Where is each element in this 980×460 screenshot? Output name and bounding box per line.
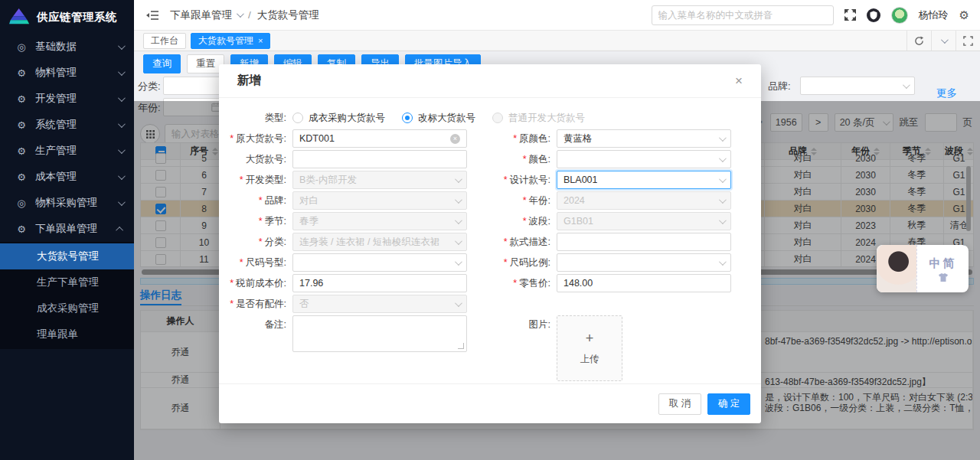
sidebar-subitem[interactable]: 成衣采购管理 [0, 295, 134, 321]
sidebar-item-2[interactable]: ⚙物料管理 [0, 60, 134, 86]
brand-text: 中简 [929, 256, 957, 271]
field-select[interactable] [557, 150, 731, 168]
type-radio-group: 成衣采购大货款号改标大货款号普通开发大货款号 [292, 109, 731, 127]
chevron-down-icon [455, 258, 462, 266]
field-select[interactable]: 对白 [292, 191, 467, 210]
filter-brand-select[interactable] [800, 77, 915, 95]
input-value: 148.00 [564, 278, 593, 289]
add-record-modal: 新增 × 类型: 成衣采购大货款号改标大货款号普通开发大货款号 原大货款号:KD… [219, 64, 761, 423]
field-label: 分类: [219, 233, 292, 251]
ring-icon: ◎ [15, 197, 28, 209]
chevron-down-icon [118, 94, 126, 102]
page-tab[interactable]: 大货款号管理× [191, 33, 270, 49]
field-select[interactable]: 连身装 / 连衣裙 / 短袖梭织连衣裙 [292, 233, 467, 251]
select-value: 春季 [299, 215, 318, 228]
chevron-down-icon [719, 258, 727, 266]
field-input-148.00[interactable]: 148.00 [557, 274, 731, 292]
tab-close-icon[interactable]: × [258, 36, 263, 45]
field-label: 大货款号: [219, 150, 292, 168]
collapse-menu-icon[interactable] [146, 10, 159, 21]
brand-float-widget[interactable]: 中简 [877, 245, 969, 292]
gear-icon: ⚙ [15, 223, 28, 235]
sidebar-item-8[interactable]: ⚙下单跟单管理 [0, 216, 134, 242]
remark-textarea[interactable] [292, 315, 467, 352]
menu-search-input[interactable] [652, 5, 834, 25]
select-value: G1B01 [564, 216, 593, 227]
more-filters-link[interactable]: 更多 [936, 86, 957, 100]
refresh-icon[interactable] [906, 31, 931, 51]
sidebar-item-7[interactable]: ◎物料采购管理 [0, 190, 134, 216]
select-value: 2024 [564, 195, 585, 206]
field-select[interactable]: 否 [292, 295, 467, 313]
breadcrumb-parent[interactable]: 下单跟单管理 [170, 8, 232, 22]
sidebar-subitem[interactable]: 生产下单管理 [0, 269, 134, 295]
fullscreen-icon[interactable] [844, 9, 856, 21]
field-select[interactable] [557, 253, 731, 272]
close-icon[interactable]: × [735, 74, 743, 87]
sidebar-item-1[interactable]: ◎基础数据 [0, 34, 134, 60]
radio-label: 成衣采购大货款号 [309, 112, 385, 125]
chevron-down-icon [719, 175, 727, 183]
field-select[interactable]: 春季 [292, 212, 467, 230]
field-input-KDT001[interactable]: KDT001× [292, 129, 467, 148]
topbar: 下单跟单管理 / 大货款号管理 杨怡玲 ⚙ [134, 0, 980, 31]
ok-button[interactable]: 确 定 [707, 393, 750, 415]
type-radio-checked[interactable]: 改标大货款号 [402, 112, 475, 125]
sidebar-subitem[interactable]: 大货款号管理 [0, 243, 134, 269]
modal-header: 新增 × [219, 64, 761, 98]
page-tabbar: 工作台大货款号管理× [134, 31, 980, 51]
chevron-down-icon [455, 196, 462, 204]
chevron-down-icon [118, 120, 126, 128]
settings-gear-icon[interactable]: ⚙ [959, 8, 969, 22]
field-label: 尺码号型: [219, 253, 292, 272]
image-upload-button[interactable]: +上传 [557, 315, 622, 381]
chevron-down-icon[interactable] [931, 31, 956, 51]
radio-label: 改标大货款号 [418, 112, 475, 125]
radio-dot-icon [492, 113, 503, 123]
chevron-down-icon [118, 68, 126, 76]
select-value: BLA001 [564, 175, 597, 185]
cancel-button[interactable]: 取 消 [658, 393, 701, 415]
field-select[interactable] [292, 253, 467, 272]
sidebar-item-label: 生产管理 [35, 144, 118, 158]
avatar[interactable] [891, 7, 908, 24]
sidebar-item-label: 系统管理 [35, 118, 118, 132]
shield-badge-icon[interactable] [867, 8, 880, 22]
expand-icon[interactable] [956, 31, 980, 51]
sidebar-item-5[interactable]: ⚙生产管理 [0, 138, 134, 164]
chevron-down-icon [719, 134, 727, 142]
sidebar-item-3[interactable]: ⚙开发管理 [0, 86, 134, 112]
sidebar-item-4[interactable]: ⚙系统管理 [0, 112, 134, 138]
field-select[interactable]: BLA001 [557, 171, 731, 189]
chevron-down-icon [237, 10, 244, 18]
field-label: 款式描述: [467, 233, 557, 251]
clear-icon[interactable]: × [450, 134, 460, 144]
field-label: 设计款号: [467, 171, 557, 189]
type-radio-unchecked[interactable]: 成衣采购大货款号 [292, 112, 385, 125]
sidebar-menu: ◎基础数据⚙物料管理⚙开发管理⚙系统管理⚙生产管理⚙成本管理◎物料采购管理⚙下单… [0, 34, 134, 349]
sidebar-item-6[interactable]: ⚙成本管理 [0, 164, 134, 190]
page-tab[interactable]: 工作台 [143, 33, 186, 49]
tshirt-icon [939, 273, 948, 282]
breadcrumb-separator: / [248, 9, 251, 21]
field-input-empty[interactable] [557, 233, 731, 251]
input-value: KDT001 [299, 133, 335, 144]
radio-dot-icon [292, 113, 303, 123]
field-select[interactable]: G1B01 [557, 212, 731, 230]
field-input-17.96[interactable]: 17.96 [292, 274, 467, 292]
sidebar-subitem[interactable]: 理单跟单 [0, 321, 134, 347]
field-label: 开发类型: [219, 171, 292, 189]
field-select[interactable]: 2024 [557, 191, 731, 210]
select-value: 对白 [299, 194, 318, 207]
breadcrumb-current: 大货款号管理 [257, 8, 319, 22]
field-label: 原大货款号: [219, 129, 292, 148]
field-select[interactable]: 黄蓝格 [557, 129, 731, 148]
field-label: 年份: [467, 191, 557, 210]
field-select[interactable]: B类-内部开发 [292, 171, 467, 189]
field-input-empty[interactable] [292, 150, 467, 168]
username[interactable]: 杨怡玲 [919, 8, 949, 22]
sidebar-item-label: 成本管理 [35, 170, 118, 184]
select-value: 黄蓝格 [564, 132, 593, 145]
sidebar-item-label: 基础数据 [35, 40, 118, 54]
search-button[interactable]: 查询 [143, 54, 181, 73]
